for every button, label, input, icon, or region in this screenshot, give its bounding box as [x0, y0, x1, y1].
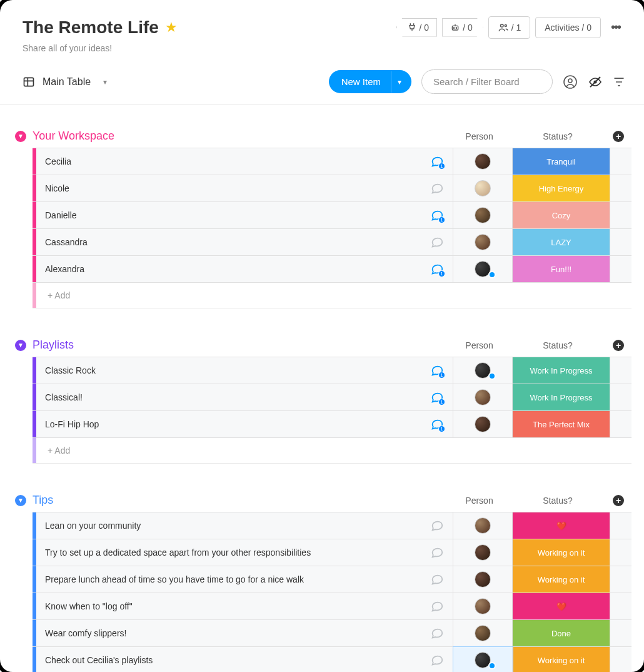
- column-header-status[interactable]: Status?: [509, 340, 606, 350]
- table-row[interactable]: Danielle 1 Cozy: [33, 201, 631, 228]
- more-icon[interactable]: •••: [606, 15, 625, 39]
- chat-icon[interactable]: 1: [430, 262, 444, 276]
- table-row[interactable]: Alexandra 1 Fun!!!: [33, 255, 631, 283]
- row-name-cell[interactable]: Classical! 1: [36, 384, 453, 410]
- group-title[interactable]: Your Workspace: [33, 130, 114, 143]
- table-row[interactable]: Classic Rock 1 Work In Progress: [33, 357, 631, 384]
- chat-icon[interactable]: 1: [430, 208, 444, 222]
- collapse-icon[interactable]: ▼: [15, 340, 26, 351]
- table-row[interactable]: Nicole High Energy: [33, 175, 631, 201]
- row-status-cell[interactable]: LAZY: [513, 229, 610, 255]
- row-status-cell[interactable]: ❤️: [513, 512, 610, 539]
- collapse-icon[interactable]: ▼: [15, 495, 26, 506]
- add-row[interactable]: + Add: [33, 438, 631, 464]
- eye-hidden-icon[interactable]: [588, 74, 603, 89]
- chat-icon[interactable]: 1: [430, 155, 444, 168]
- column-header-person[interactable]: Person: [450, 131, 509, 141]
- view-switcher[interactable]: Main Table ▾: [23, 76, 107, 88]
- row-person-cell[interactable]: [453, 357, 513, 384]
- row-name-cell[interactable]: Cassandra: [36, 229, 453, 255]
- row-person-cell[interactable]: [453, 148, 513, 175]
- column-header-person[interactable]: Person: [450, 340, 509, 350]
- chat-icon[interactable]: 1: [430, 390, 444, 404]
- row-status-cell[interactable]: Tranquil: [513, 148, 610, 175]
- row-name-cell[interactable]: Wear comfy slippers!: [36, 620, 453, 646]
- group-title[interactable]: Playlists: [33, 339, 74, 352]
- row-status-cell[interactable]: Done: [513, 620, 610, 646]
- chat-icon[interactable]: [430, 599, 444, 613]
- row-person-cell[interactable]: [453, 411, 513, 437]
- row-person-cell[interactable]: [453, 175, 513, 201]
- table-row[interactable]: Cecilia 1 Tranquil: [33, 148, 631, 175]
- row-name-cell[interactable]: Lo-Fi Hip Hop 1: [36, 411, 453, 437]
- person-filter-icon[interactable]: [563, 74, 578, 89]
- table-row[interactable]: Lean on your community ❤️: [33, 512, 631, 539]
- row-person-cell[interactable]: [453, 229, 513, 255]
- column-header-status[interactable]: Status?: [509, 496, 606, 506]
- table-row[interactable]: Cassandra LAZY: [33, 228, 631, 255]
- add-column-button[interactable]: +: [613, 495, 624, 506]
- new-item-dropdown[interactable]: ▾: [391, 71, 411, 93]
- table-row[interactable]: Prepare lunch ahead of time so you have …: [33, 566, 631, 593]
- row-name-cell[interactable]: Cecilia 1: [36, 148, 453, 175]
- row-person-cell[interactable]: [453, 620, 513, 646]
- row-person-cell[interactable]: [453, 512, 513, 539]
- row-person-cell[interactable]: [453, 256, 513, 282]
- chat-icon[interactable]: 1: [430, 417, 444, 431]
- row-status-cell[interactable]: High Energy: [513, 175, 610, 201]
- row-person-cell[interactable]: [453, 202, 513, 228]
- column-header-status[interactable]: Status?: [509, 131, 606, 141]
- row-person-cell[interactable]: [453, 593, 513, 619]
- row-status-cell[interactable]: Working on it: [513, 539, 610, 566]
- row-name-cell[interactable]: Prepare lunch ahead of time so you have …: [36, 566, 453, 593]
- row-status-cell[interactable]: The Perfect Mix: [513, 411, 610, 437]
- row-name-cell[interactable]: Lean on your community: [36, 512, 453, 539]
- add-row[interactable]: + Add: [33, 283, 631, 308]
- row-status-cell[interactable]: Working on it: [513, 566, 610, 593]
- collapse-icon[interactable]: ▼: [15, 131, 26, 142]
- table-row[interactable]: Check out Cecilia's playlists Working on…: [33, 646, 631, 672]
- chat-icon[interactable]: 1: [430, 364, 444, 377]
- table-row[interactable]: Try to set up a dedicated space apart fr…: [33, 539, 631, 566]
- row-name-cell[interactable]: Nicole: [36, 175, 453, 201]
- activities-badge[interactable]: Activities / 0: [535, 17, 601, 38]
- chat-icon[interactable]: [430, 519, 444, 532]
- group-title[interactable]: Tips: [33, 494, 53, 507]
- column-header-person[interactable]: Person: [450, 496, 509, 506]
- row-name-cell[interactable]: Alexandra 1: [36, 256, 453, 282]
- row-person-cell[interactable]: [453, 384, 513, 410]
- new-item-button[interactable]: New Item ▾: [329, 70, 411, 93]
- row-status-cell[interactable]: ❤️: [513, 593, 610, 619]
- table-row[interactable]: Know when to "log off" ❤️: [33, 593, 631, 619]
- filter-icon[interactable]: [613, 76, 625, 88]
- row-name-cell[interactable]: Try to set up a dedicated space apart fr…: [36, 539, 453, 566]
- chat-icon[interactable]: [430, 181, 444, 195]
- chat-icon[interactable]: [430, 235, 444, 249]
- chat-icon[interactable]: [430, 546, 444, 559]
- add-column-button[interactable]: +: [613, 340, 624, 351]
- search-input[interactable]: [421, 69, 553, 94]
- star-icon[interactable]: ★: [165, 19, 178, 36]
- row-status-cell[interactable]: Work In Progress: [513, 357, 610, 384]
- chat-icon[interactable]: [430, 653, 444, 667]
- table-row[interactable]: Lo-Fi Hip Hop 1 The Perfect Mix: [33, 410, 631, 438]
- row-name-cell[interactable]: Know when to "log off": [36, 593, 453, 619]
- chat-icon[interactable]: [430, 573, 444, 586]
- automations-badge[interactable]: / 0: [442, 18, 483, 37]
- row-person-cell[interactable]: [453, 566, 513, 593]
- table-row[interactable]: Classical! 1 Work In Progress: [33, 384, 631, 410]
- members-badge[interactable]: / 1: [488, 16, 531, 39]
- row-status-cell[interactable]: Working on it: [513, 647, 610, 672]
- chat-icon[interactable]: [430, 626, 444, 640]
- row-status-cell[interactable]: Work In Progress: [513, 384, 610, 410]
- add-column-button[interactable]: +: [613, 131, 624, 142]
- row-person-cell[interactable]: [453, 539, 513, 566]
- row-name-cell[interactable]: Classic Rock 1: [36, 357, 453, 384]
- row-status-cell[interactable]: Fun!!!: [513, 256, 610, 282]
- row-name-cell[interactable]: Danielle 1: [36, 202, 453, 228]
- row-status-cell[interactable]: Cozy: [513, 202, 610, 228]
- integrations-badge[interactable]: / 0: [396, 18, 438, 37]
- table-row[interactable]: Wear comfy slippers! Done: [33, 619, 631, 646]
- row-name-cell[interactable]: Check out Cecilia's playlists: [36, 647, 453, 672]
- row-person-cell[interactable]: [453, 647, 513, 672]
